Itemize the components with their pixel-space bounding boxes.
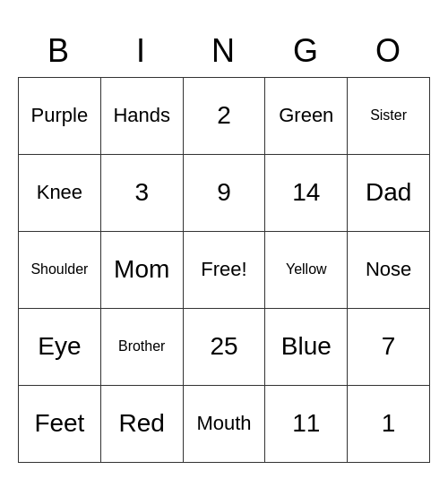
cell-r2-c4: Nose [348, 232, 430, 309]
header-letter: I [100, 25, 183, 77]
header-letter: G [265, 25, 348, 77]
cell-r3-c1: Brother [101, 309, 184, 386]
cell-r2-c0: Shoulder [19, 232, 101, 309]
cell-r2-c3: Yellow [265, 232, 348, 309]
bingo-grid: PurpleHands2GreenSisterKnee3914DadShould… [18, 77, 430, 463]
cell-r4-c4: 1 [348, 386, 430, 463]
bingo-header: BINGO [18, 25, 430, 77]
cell-r1-c1: 3 [101, 155, 184, 232]
cell-r0-c1: Hands [101, 78, 184, 155]
cell-r0-c4: Sister [348, 78, 430, 155]
cell-r3-c4: 7 [348, 309, 430, 386]
cell-r0-c3: Green [265, 78, 348, 155]
cell-r1-c2: 9 [184, 155, 266, 232]
bingo-card: BINGO PurpleHands2GreenSisterKnee3914Dad… [18, 25, 430, 463]
cell-r3-c0: Eye [19, 309, 101, 386]
cell-r3-c3: Blue [265, 309, 348, 386]
cell-r0-c2: 2 [184, 78, 266, 155]
cell-r4-c3: 11 [265, 386, 348, 463]
header-letter: O [348, 25, 430, 77]
cell-r1-c0: Knee [19, 155, 101, 232]
cell-r3-c2: 25 [184, 309, 266, 386]
cell-r0-c0: Purple [19, 78, 101, 155]
cell-r4-c1: Red [101, 386, 184, 463]
cell-r4-c2: Mouth [184, 386, 266, 463]
cell-r1-c3: 14 [265, 155, 348, 232]
cell-r2-c1: Mom [101, 232, 184, 309]
header-letter: N [183, 25, 265, 77]
header-letter: B [18, 25, 100, 77]
cell-r4-c0: Feet [19, 386, 101, 463]
cell-r2-c2: Free! [184, 232, 266, 309]
cell-r1-c4: Dad [348, 155, 430, 232]
